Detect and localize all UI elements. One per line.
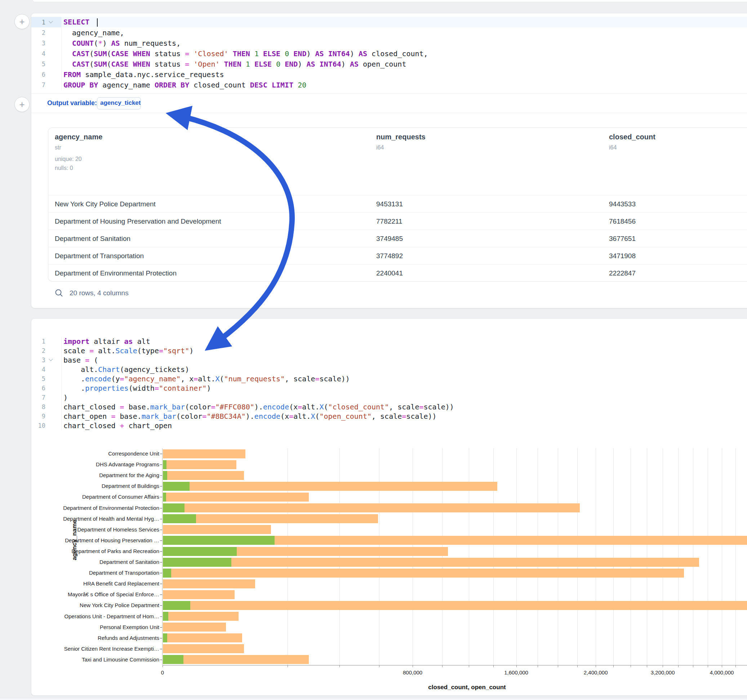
y-axis-title: agency_name xyxy=(71,520,78,560)
column-stat: nulls: 0 xyxy=(55,165,73,171)
code-line[interactable]: 3base = ( xyxy=(31,355,747,365)
search-icon[interactable] xyxy=(54,288,64,298)
code-line[interactable]: 6FROM sample_data.nyc.service_requests xyxy=(31,69,747,80)
gridline xyxy=(647,448,647,665)
y-axis-label: Department of Environmental Protection xyxy=(62,505,159,511)
code-text: chart_open = base.mark_bar(color="#8BC34… xyxy=(62,412,437,421)
gridline xyxy=(678,448,679,665)
code-line[interactable]: 4 CAST(SUM(CASE WHEN status = 'Closed' T… xyxy=(31,48,747,59)
open-count-bar xyxy=(163,634,167,643)
closed-count-bar xyxy=(163,634,242,643)
sql-code-editor[interactable]: 1SELECT 2 agency_name,3 COUNT(*) AS num_… xyxy=(31,17,747,90)
column-header-agency_name[interactable]: agency_name xyxy=(55,133,102,141)
code-line[interactable]: 4 alt.Chart(agency_tickets) xyxy=(31,365,747,374)
line-number: 1 xyxy=(31,17,62,27)
closed-count-bar xyxy=(163,579,255,588)
table-row[interactable]: Department of Sanitation37494853677651 xyxy=(48,230,747,247)
column-type: i64 xyxy=(376,144,384,151)
code-text: CAST(SUM(CASE WHEN status = 'Open' THEN … xyxy=(62,60,406,68)
code-line[interactable]: 10chart_closed + chart_open xyxy=(31,421,747,430)
column-stat: unique: 20 xyxy=(55,156,82,162)
code-line[interactable]: 2scale = alt.Scale(type="sqrt") xyxy=(31,346,747,355)
code-line[interactable]: 7GROUP BY agency_name ORDER BY closed_co… xyxy=(31,80,747,90)
code-text: chart_closed + chart_open xyxy=(62,421,172,430)
code-text: alt.Chart(agency_tickets) xyxy=(62,365,189,374)
fold-chevron-icon[interactable] xyxy=(49,358,53,361)
gridline xyxy=(722,448,722,665)
closed-count-bar xyxy=(163,525,271,534)
add-cell-button-top[interactable]: + xyxy=(14,14,30,29)
x-axis-tick-label: 1,600,000 xyxy=(504,669,528,676)
y-axis-label: Mayorâ€ s Office of Special Enforce… xyxy=(62,591,159,597)
closed-count-bar xyxy=(163,558,699,567)
y-axis-label: Department for the Aging xyxy=(62,472,159,478)
gridline xyxy=(663,448,663,665)
y-axis-label: Department of Buildings xyxy=(62,483,159,489)
code-line[interactable]: 8chart_closed = base.mark_bar(color="#FF… xyxy=(31,402,747,412)
x-axis-tick-label: 3,200,000 xyxy=(651,669,675,676)
x-axis-tick xyxy=(693,665,693,667)
gridline xyxy=(379,448,380,665)
gridline xyxy=(708,448,708,665)
open-count-bar xyxy=(163,471,167,480)
y-axis-label: DHS Advantage Programs xyxy=(62,461,159,468)
gridline xyxy=(493,448,494,665)
python-cell-card: 1import altair as alt2scale = alt.Scale(… xyxy=(31,318,747,695)
python-code-editor[interactable]: 1import altair as alt2scale = alt.Scale(… xyxy=(31,337,747,430)
output-variable-row: Output variable: agency_tickets xyxy=(31,94,747,113)
open-count-bar xyxy=(163,493,166,502)
code-text: agency_name, xyxy=(62,29,124,37)
gridline xyxy=(287,448,288,665)
code-line[interactable]: 1import altair as alt xyxy=(31,337,747,346)
x-axis-tick xyxy=(663,665,663,667)
code-line[interactable]: 9chart_open = base.mark_bar(color="#8BC3… xyxy=(31,412,747,421)
code-text: scale = alt.Scale(type="sqrt") xyxy=(62,346,194,355)
column-header-num_requests[interactable]: num_requests xyxy=(376,133,426,141)
table-cell: Department of Environmental Protection xyxy=(55,269,177,277)
table-footer: 20 rows, 4 columns xyxy=(48,288,747,302)
closed-count-bar xyxy=(163,644,244,653)
y-axis-line xyxy=(162,448,163,665)
gridline xyxy=(516,448,517,665)
table-row[interactable]: Department of Environmental Protection22… xyxy=(48,264,747,282)
x-axis-tick xyxy=(493,665,494,667)
x-axis-tick-label: 0 xyxy=(161,669,164,676)
line-number: 5 xyxy=(31,374,62,383)
gridline xyxy=(577,448,578,665)
x-axis-line xyxy=(163,665,747,665)
output-variable-pill[interactable]: agency_tickets xyxy=(97,97,141,109)
code-line[interactable]: 6 .properties(width="container") xyxy=(31,383,747,393)
notebook-page: + + 1SELECT 2 agency_name,3 COUNT(*) AS … xyxy=(0,0,747,700)
column-header-closed_count[interactable]: closed_count xyxy=(609,133,655,141)
code-text: GROUP BY agency_name ORDER BY closed_cou… xyxy=(62,81,306,89)
closed-count-bar xyxy=(163,655,309,664)
code-line[interactable]: 5 CAST(SUM(CASE WHEN status = 'Open' THE… xyxy=(31,59,747,69)
gridline xyxy=(339,448,340,665)
code-line[interactable]: 5 .encode(y="agency_name", x=alt.X("num_… xyxy=(31,374,747,383)
column-type: str xyxy=(55,144,61,151)
code-text: CAST(SUM(CASE WHEN status = 'Closed' THE… xyxy=(62,49,428,58)
table-row[interactable]: Department of Transportation377489234719… xyxy=(48,247,747,264)
table-cell: 2240041 xyxy=(376,269,403,277)
x-axis-tick xyxy=(647,665,647,667)
open-count-bar xyxy=(163,503,184,512)
table-row[interactable]: Department of Housing Preservation and D… xyxy=(48,213,747,230)
line-number: 2 xyxy=(31,27,62,38)
x-axis-tick xyxy=(613,665,614,667)
y-axis-label: Taxi and Limousine Commission xyxy=(62,656,159,662)
code-line[interactable]: 7) xyxy=(31,393,747,402)
text-cursor xyxy=(97,18,98,27)
y-axis-label: New York City Police Department xyxy=(62,602,159,608)
add-cell-button-middle[interactable]: + xyxy=(14,97,30,112)
line-number: 6 xyxy=(31,383,62,393)
code-line[interactable]: 2 agency_name, xyxy=(31,27,747,38)
fold-chevron-icon[interactable] xyxy=(49,20,53,23)
code-line[interactable]: 3 COUNT(*) AS num_requests, xyxy=(31,38,747,48)
gridline xyxy=(631,448,631,665)
line-number: 5 xyxy=(31,59,62,69)
code-line[interactable]: 1SELECT xyxy=(31,17,747,27)
output-variable-label: Output variable: xyxy=(47,100,97,107)
table-row[interactable]: New York City Police Department945313194… xyxy=(48,195,747,213)
line-number: 3 xyxy=(31,355,62,365)
table-cell: 9453131 xyxy=(376,200,403,208)
